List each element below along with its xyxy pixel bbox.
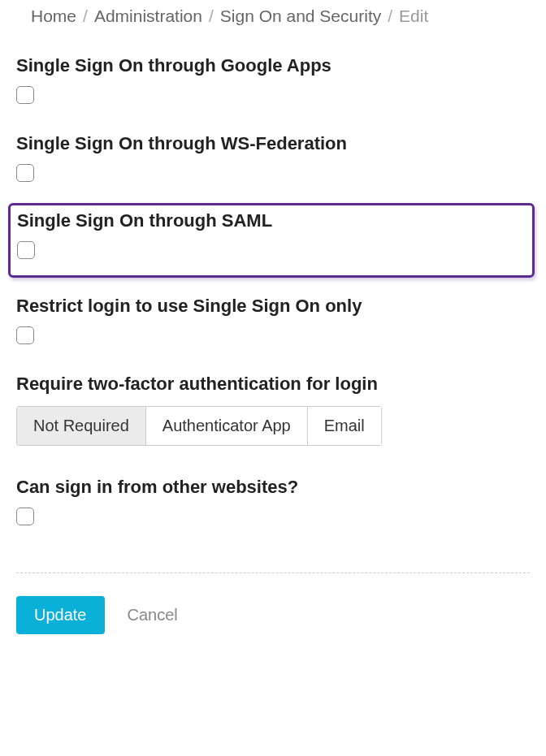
section-other-sites: Can sign in from other websites? [16, 464, 530, 542]
twofa-option-email[interactable]: Email [308, 406, 382, 446]
divider [16, 572, 530, 573]
label-restrict-sso: Restrict login to use Single Sign On onl… [16, 296, 530, 317]
section-sso-google: Single Sign On through Google Apps [16, 42, 530, 120]
label-twofa: Require two-factor authentication for lo… [16, 374, 530, 395]
checkbox-sso-saml[interactable] [17, 241, 35, 259]
section-restrict-sso: Restrict login to use Single Sign On onl… [16, 283, 530, 361]
twofa-option-authenticator[interactable]: Authenticator App [146, 406, 308, 446]
breadcrumb-administration[interactable]: Administration [94, 6, 202, 26]
breadcrumb-separator: / [207, 6, 215, 26]
section-sso-wsfed: Single Sign On through WS-Federation [16, 120, 530, 198]
cancel-button[interactable]: Cancel [128, 606, 178, 624]
label-sso-saml: Single Sign On through SAML [12, 210, 531, 231]
form-actions: Update Cancel [16, 596, 530, 634]
twofa-button-group: Not Required Authenticator App Email [16, 406, 382, 446]
breadcrumb-home[interactable]: Home [31, 6, 76, 26]
label-sso-wsfed: Single Sign On through WS-Federation [16, 133, 530, 154]
update-button[interactable]: Update [16, 596, 105, 634]
breadcrumb-separator: / [386, 6, 394, 26]
checkbox-other-sites[interactable] [16, 508, 34, 525]
breadcrumb-separator: / [81, 6, 89, 26]
checkbox-restrict-sso[interactable] [16, 326, 34, 344]
label-sso-google: Single Sign On through Google Apps [16, 55, 530, 76]
label-other-sites: Can sign in from other websites? [16, 477, 530, 498]
section-twofa: Require two-factor authentication for lo… [16, 361, 530, 464]
checkbox-sso-google[interactable] [16, 86, 34, 104]
breadcrumb: Home / Administration / Sign On and Secu… [0, 0, 546, 34]
breadcrumb-security[interactable]: Sign On and Security [220, 6, 381, 26]
highlight-sso-saml: Single Sign On through SAML [8, 203, 535, 278]
breadcrumb-current: Edit [399, 6, 428, 26]
twofa-option-not-required[interactable]: Not Required [16, 406, 146, 446]
checkbox-sso-wsfed[interactable] [16, 164, 34, 182]
